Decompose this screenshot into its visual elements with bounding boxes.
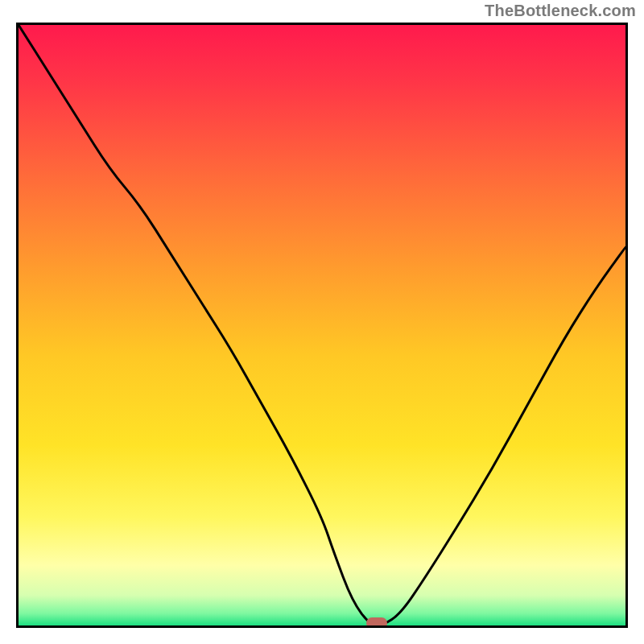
plot-frame: [16, 23, 628, 628]
watermark-text: TheBottleneck.com: [485, 2, 636, 20]
chart-container: TheBottleneck.com: [0, 0, 644, 644]
curve-layer: [19, 25, 625, 625]
bottleneck-curve: [19, 25, 625, 625]
optimal-marker: [366, 617, 387, 628]
